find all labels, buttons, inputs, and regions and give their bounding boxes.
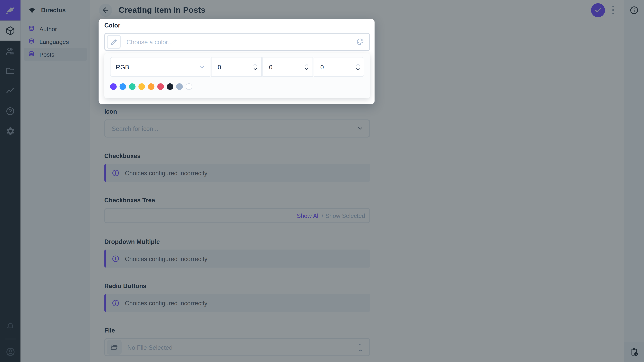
channel-r-value[interactable]: [217, 63, 252, 71]
color-text-input[interactable]: [126, 38, 356, 46]
channel-r-input[interactable]: [211, 57, 262, 77]
color-swatches: [110, 83, 364, 90]
eyedropper-icon: [110, 38, 118, 45]
channel-g-input[interactable]: [262, 57, 313, 77]
palette-icon: [356, 38, 364, 46]
color-field-label: Color: [104, 22, 370, 29]
swatch-orange[interactable]: [148, 83, 154, 90]
color-input[interactable]: [104, 33, 370, 51]
swatch-white[interactable]: [186, 83, 192, 90]
swatch-black[interactable]: [167, 83, 173, 90]
swatch-purple[interactable]: [110, 83, 116, 90]
channel-g-value[interactable]: [268, 63, 304, 71]
swatch-red[interactable]: [157, 83, 164, 90]
color-mode-value: RGB: [116, 63, 129, 70]
channel-r-stepper[interactable]: [252, 63, 258, 71]
app-root: Directus Author: [0, 0, 644, 362]
swatch-yellow[interactable]: [138, 83, 145, 90]
channel-b-value[interactable]: [320, 63, 355, 71]
eyedropper-button[interactable]: [107, 35, 121, 49]
color-picker-popup: Color: [98, 19, 375, 104]
swatch-blue[interactable]: [120, 83, 126, 90]
channel-b-input[interactable]: [314, 57, 364, 77]
channel-g-stepper[interactable]: [304, 63, 309, 71]
chevron-down-icon: [199, 64, 205, 70]
color-value-row: RGB: [110, 57, 364, 77]
color-mode-select[interactable]: RGB: [110, 57, 210, 77]
swatch-green[interactable]: [129, 83, 136, 90]
channel-b-stepper[interactable]: [355, 63, 360, 71]
color-picker-panel: RGB: [104, 53, 370, 98]
swatch-blue-gray[interactable]: [176, 83, 183, 90]
